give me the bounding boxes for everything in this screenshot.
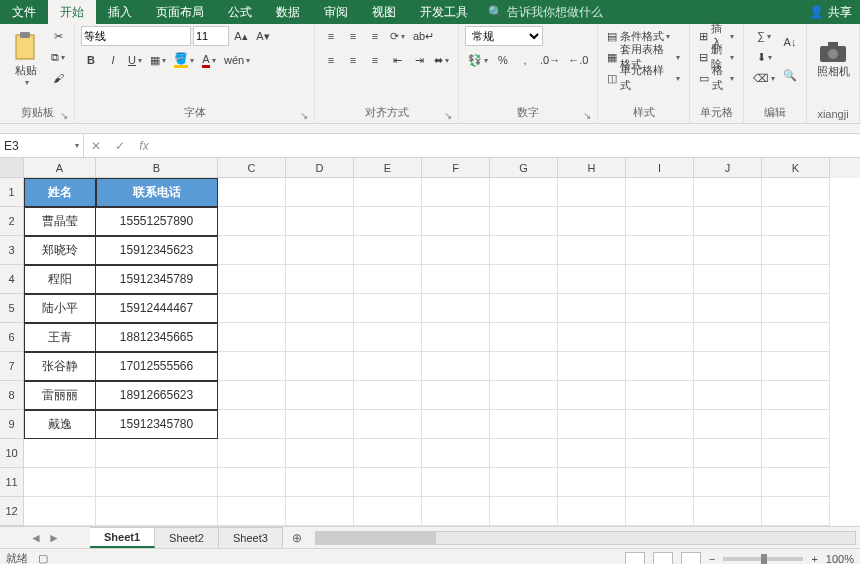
fx-button[interactable]: fx [132,134,156,157]
cell[interactable] [558,381,626,410]
cell[interactable] [286,497,354,526]
cell[interactable] [694,178,762,207]
cell[interactable] [286,236,354,265]
cell[interactable]: 雷丽丽 [24,381,96,410]
zoom-slider[interactable] [723,557,803,561]
cell[interactable]: 18812345665 [96,323,218,352]
paste-button[interactable]: 粘贴 ▾ [6,26,46,92]
borders-button[interactable]: ▦▾ [147,50,169,70]
cell[interactable] [490,323,558,352]
cell[interactable]: 18912665623 [96,381,218,410]
select-all-corner[interactable] [0,158,24,178]
sheet-tab[interactable]: Sheet1 [90,527,155,548]
cell[interactable]: 张谷静 [24,352,96,381]
cell[interactable] [218,410,286,439]
decrease-font-button[interactable]: A▾ [253,26,273,46]
col-header[interactable]: G [490,158,558,178]
cell[interactable] [558,468,626,497]
cell[interactable] [96,468,218,497]
row-header[interactable]: 12 [0,497,24,526]
cell[interactable] [558,352,626,381]
cell[interactable] [490,265,558,294]
cell[interactable] [626,323,694,352]
number-format-select[interactable]: 常规 [465,26,543,46]
clear-button[interactable]: ⌫▾ [750,68,778,88]
cell[interactable] [490,410,558,439]
format-cells-button[interactable]: ▭ 格式▾ [696,68,737,88]
row-header[interactable]: 9 [0,410,24,439]
align-top-button[interactable]: ≡ [321,26,341,46]
tab-file[interactable]: 文件 [0,0,48,24]
zoom-thumb[interactable] [761,554,767,564]
col-header[interactable]: F [422,158,490,178]
cell[interactable] [422,207,490,236]
cell[interactable] [762,207,830,236]
page-break-view-button[interactable] [681,552,701,565]
percent-button[interactable]: % [493,50,513,70]
name-box[interactable]: E3 ▾ [0,134,84,157]
row-header[interactable]: 5 [0,294,24,323]
zoom-out-button[interactable]: − [709,553,715,565]
cell[interactable] [286,410,354,439]
cell[interactable]: 曹晶莹 [24,207,96,236]
zoom-in-button[interactable]: + [811,553,817,565]
align-middle-button[interactable]: ≡ [343,26,363,46]
cell[interactable] [762,236,830,265]
accounting-button[interactable]: 💱▾ [465,50,491,70]
cell[interactable] [558,439,626,468]
col-header[interactable]: J [694,158,762,178]
cell[interactable]: 15912345623 [96,236,218,265]
cell[interactable] [354,468,422,497]
row-header[interactable]: 3 [0,236,24,265]
align-bottom-button[interactable]: ≡ [365,26,385,46]
cell[interactable] [422,323,490,352]
cell[interactable] [286,381,354,410]
cell[interactable] [218,381,286,410]
cell[interactable] [490,178,558,207]
cell[interactable] [218,323,286,352]
cell[interactable] [694,207,762,236]
cell[interactable] [490,207,558,236]
cell[interactable] [490,497,558,526]
cell[interactable] [626,439,694,468]
cell[interactable] [218,468,286,497]
fill-button[interactable]: ⬇▾ [750,47,778,67]
cell[interactable] [762,497,830,526]
row-header[interactable]: 10 [0,439,24,468]
cell[interactable] [218,236,286,265]
dialog-launcher-icon[interactable]: ↘ [583,110,591,121]
cell[interactable] [626,294,694,323]
cell[interactable]: 15912345789 [96,265,218,294]
cell[interactable] [694,352,762,381]
cell[interactable] [354,207,422,236]
cell[interactable] [490,294,558,323]
cell[interactable] [762,439,830,468]
cell[interactable] [218,178,286,207]
zoom-value[interactable]: 100% [826,553,854,565]
cell[interactable] [96,497,218,526]
cell[interactable] [354,323,422,352]
camera-button[interactable]: 照相机 [813,26,853,92]
cell[interactable] [626,381,694,410]
cell[interactable] [218,265,286,294]
cell[interactable] [422,497,490,526]
col-header[interactable]: E [354,158,422,178]
cell[interactable] [24,468,96,497]
share-button[interactable]: 👤 共享 [801,0,860,24]
find-select-button[interactable]: 🔍 [780,59,800,91]
cell[interactable] [286,294,354,323]
sheet-nav[interactable]: ◄ ► [0,527,90,548]
align-right-button[interactable]: ≡ [365,50,385,70]
cell[interactable] [354,381,422,410]
wrap-text-button[interactable]: ab↵ [410,26,437,46]
cell[interactable] [422,178,490,207]
cell[interactable] [626,497,694,526]
sort-filter-button[interactable]: A↓ [780,26,800,58]
decrease-indent-button[interactable]: ⇤ [387,50,407,70]
formula-input[interactable] [156,134,860,157]
cell[interactable] [286,468,354,497]
underline-button[interactable]: U▾ [125,50,145,70]
cell[interactable] [626,178,694,207]
cell[interactable] [558,294,626,323]
fill-color-button[interactable]: 🪣▾ [171,50,197,70]
